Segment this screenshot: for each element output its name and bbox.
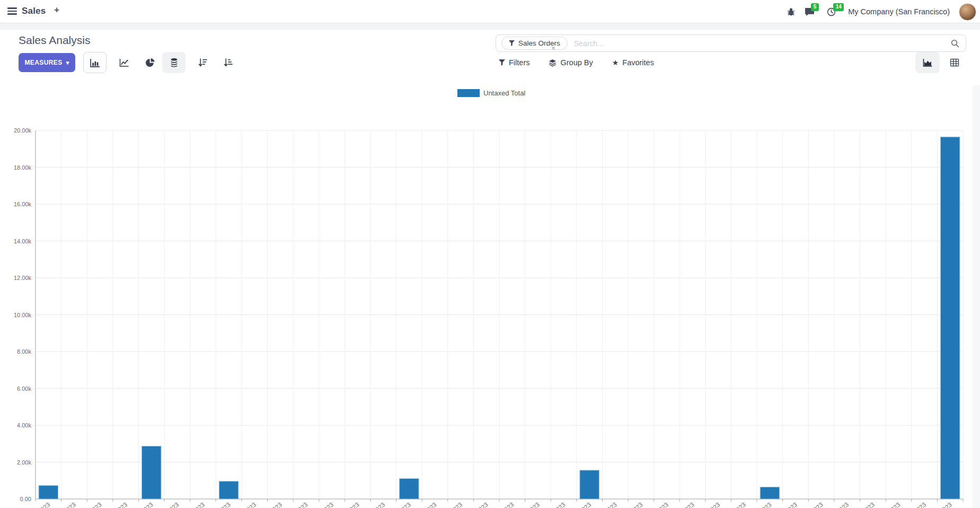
- x-axis-tick-label: 28 Jan 2023: [511, 501, 541, 508]
- y-axis-tick-label: 8.00k: [17, 348, 31, 355]
- x-axis-tick-label: 23 Jan 2023: [382, 501, 412, 508]
- x-axis-tick-label: 16 Jan 2023: [202, 501, 232, 508]
- x-axis-tick-label: 15 Jan 2023: [176, 501, 206, 508]
- y-axis-tick-label: 20.00k: [14, 127, 32, 134]
- measures-button[interactable]: MEASURES▾: [19, 53, 75, 72]
- facet-remove-icon[interactable]: ×: [551, 45, 555, 51]
- company-switcher[interactable]: My Company (San Francisco): [848, 7, 950, 16]
- favorites-label: Favorites: [622, 58, 654, 67]
- filters-menu-button[interactable]: Filters: [499, 58, 529, 67]
- sort-descending-button[interactable]: [191, 52, 214, 73]
- bar[interactable]: [760, 487, 779, 499]
- bar[interactable]: [940, 137, 959, 499]
- bar[interactable]: [580, 470, 599, 499]
- hamburger-menu-icon[interactable]: [7, 7, 17, 15]
- app-name[interactable]: Sales: [22, 6, 46, 16]
- navbar-right-group: 5 14 My Company (San Francisco): [787, 0, 976, 23]
- x-axis-tick-label: 24 Jan 2023: [408, 501, 438, 508]
- x-axis-tick-label: 11 Jan 2023: [73, 501, 103, 508]
- filters-label: Filters: [509, 58, 529, 67]
- sort-asc-icon: [224, 58, 233, 67]
- bar[interactable]: [219, 481, 238, 499]
- line-chart-icon: [119, 58, 129, 67]
- bar[interactable]: [39, 486, 58, 499]
- caret-down-icon: ▾: [66, 59, 69, 66]
- x-axis-tick-label: 12 Jan 2023: [99, 501, 128, 508]
- debug-bug-icon[interactable]: [787, 7, 796, 16]
- search-bar[interactable]: Sales Orders: [496, 34, 966, 52]
- sort-desc-icon: [198, 58, 207, 67]
- bar[interactable]: [142, 446, 161, 499]
- filter-funnel-icon: [499, 59, 505, 66]
- sort-ascending-button[interactable]: [216, 52, 240, 73]
- pie-chart-icon: [146, 58, 155, 67]
- x-axis-tick-label: 20 Jan 2023: [305, 501, 334, 508]
- bar[interactable]: [400, 478, 419, 499]
- stacked-toggle-button[interactable]: [162, 52, 186, 73]
- page-title: Sales Analysis: [19, 34, 90, 47]
- area-chart-icon: [923, 58, 933, 67]
- pivot-view-switch-button[interactable]: [943, 52, 966, 73]
- y-axis-tick-label: 10.00k: [14, 312, 32, 318]
- x-axis-tick-label: 13 Jan 2023: [125, 501, 154, 508]
- plus-icon[interactable]: +: [54, 5, 59, 15]
- x-axis-tick-label: 10 Feb 2023: [845, 501, 876, 508]
- x-axis-tick-label: 07 Feb 2023: [768, 501, 798, 508]
- y-axis-tick-label: 18.00k: [14, 164, 32, 171]
- favorites-menu-button[interactable]: ★ Favorites: [612, 58, 654, 67]
- x-axis-tick-label: 02 Feb 2023: [639, 501, 669, 508]
- x-axis-tick-label: 25 Jan 2023: [434, 501, 463, 508]
- layers-icon: [549, 59, 557, 67]
- y-axis-tick-label: 16.00k: [14, 201, 32, 207]
- group-by-label: Group By: [560, 58, 593, 67]
- x-axis-tick-label: 05 Feb 2023: [717, 501, 747, 508]
- line-chart-mode-button[interactable]: [112, 52, 136, 73]
- x-axis-tick-label: 30 Jan 2023: [562, 501, 592, 508]
- filter-funnel-icon: [509, 40, 515, 46]
- search-facet-sales-orders[interactable]: Sales Orders: [501, 37, 568, 50]
- x-axis-tick-label: 21 Jan 2023: [331, 501, 360, 508]
- bar-chart-mode-button[interactable]: [83, 52, 107, 73]
- user-avatar[interactable]: [959, 3, 976, 21]
- group-by-menu-button[interactable]: Group By: [549, 58, 593, 67]
- messages-count-badge: 5: [811, 3, 819, 11]
- bar-chart-icon: [90, 58, 100, 67]
- x-axis-tick-label: 12 Feb 2023: [897, 501, 927, 508]
- x-axis-tick-label: 14 Jan 2023: [150, 501, 180, 508]
- x-axis-tick-label: 08 Feb 2023: [794, 501, 824, 508]
- x-axis-tick-label: 29 Jan 2023: [537, 501, 567, 508]
- messages-icon[interactable]: 5: [805, 7, 815, 16]
- y-axis-tick-label: 14.00k: [14, 238, 32, 244]
- activities-clock-icon[interactable]: 14: [827, 7, 836, 16]
- y-axis-tick-label: 0.00: [20, 496, 31, 502]
- top-navbar: Sales + 5 14 My Company (San Francisco): [0, 0, 980, 23]
- x-axis-tick-label: 10 Jan 2023: [47, 501, 77, 508]
- x-axis-tick-label: 11 Feb 2023: [871, 501, 902, 508]
- x-axis-tick-label: 18 Jan 2023: [253, 501, 283, 508]
- x-axis-tick-label: 31 Jan 2023: [588, 501, 618, 508]
- pivot-table-icon: [950, 58, 959, 67]
- y-axis-tick-label: 12.00k: [14, 275, 32, 281]
- sales-analysis-bar-chart: 0.002.00k4.00k6.00k8.00k10.00k12.00k14.0…: [0, 74, 980, 508]
- y-axis-tick-label: 6.00k: [17, 386, 31, 392]
- activities-count-badge: 14: [833, 3, 844, 11]
- scroll-gutter: [973, 85, 980, 508]
- search-input[interactable]: [574, 39, 951, 48]
- measures-label: MEASURES: [24, 59, 62, 66]
- y-axis-tick-label: 4.00k: [17, 422, 31, 428]
- x-axis-tick-label: 09 Feb 2023: [819, 501, 850, 508]
- x-axis-tick-label: 04 Feb 2023: [691, 501, 721, 508]
- star-icon: ★: [612, 59, 619, 66]
- search-options-row: Filters Group By ★ Favorites: [499, 52, 654, 73]
- x-axis-tick-label: 06 Feb 2023: [743, 501, 773, 508]
- x-axis-tick-label: 01 Feb 2023: [613, 501, 643, 508]
- graph-view-switch-button[interactable]: [915, 52, 940, 73]
- database-stack-icon: [170, 58, 179, 67]
- x-axis-tick-label: 26 Jan 2023: [460, 501, 489, 508]
- y-axis-tick-label: 2.00k: [17, 459, 31, 466]
- search-icon[interactable]: [951, 39, 959, 48]
- pie-chart-mode-button[interactable]: [138, 52, 162, 73]
- x-axis-tick-label: 27 Jan 2023: [485, 501, 515, 508]
- content-area: Sales Analysis Sales Orders × MEASURES▾: [0, 30, 980, 508]
- x-axis-tick-label: 13 Feb 2023: [923, 501, 953, 508]
